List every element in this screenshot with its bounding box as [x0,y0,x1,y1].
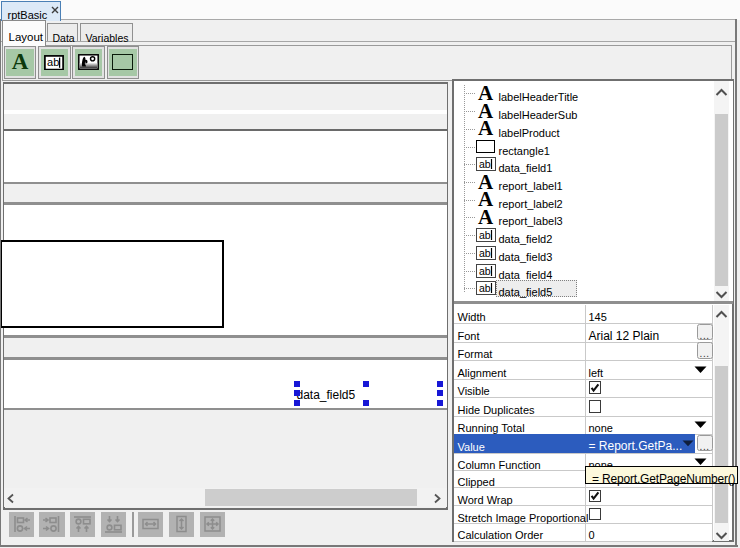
svg-text:ab: ab [479,229,491,241]
svg-text:ab: ab [479,264,491,276]
svg-text:ab: ab [479,282,491,294]
svg-text:ab: ab [479,158,491,170]
svg-text:ab: ab [47,56,59,68]
svg-text:ab: ab [479,246,491,258]
